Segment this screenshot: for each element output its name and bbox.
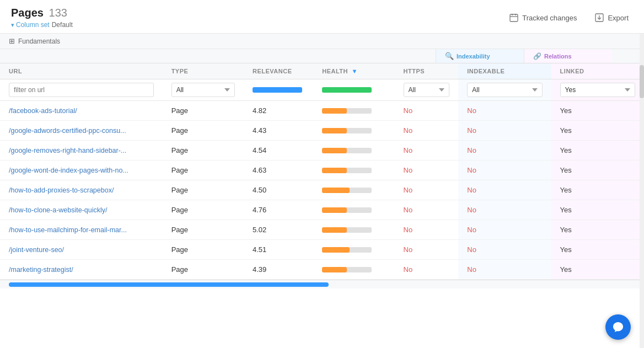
bottom-scrollbar[interactable] [0,280,644,288]
col-group-indexability: 🔍 Indexability [436,49,524,63]
https-cell: No [395,101,459,121]
url-filter-cell [0,79,163,101]
column-set-row: ▾ Column set Default [11,21,73,29]
indexable-cell: No [458,101,551,121]
health-cell [313,180,394,200]
title-row: Pages 133 [11,7,73,19]
linked-cell: Yes [551,260,644,280]
sort-down-icon: ▼ [352,68,358,74]
page-title: Pages [11,7,44,19]
url-filter-input[interactable] [9,83,154,97]
linked-cell: Yes [551,161,644,180]
scroll-track[interactable] [640,34,644,348]
relevance-filter-cell [244,79,313,101]
scroll-thumb [640,65,644,98]
linked-cell: Yes [551,141,644,161]
https-filter-select[interactable]: All Yes No [404,83,450,97]
indexable-cell: No [458,161,551,180]
https-cell: No [395,161,459,180]
type-cell: Page [163,180,244,200]
column-header-row: URL TYPE RELEVANCE HEALTH ▼ HTTPS INDEXA… [0,63,644,79]
url-cell[interactable]: /marketing-strategist/ [0,260,163,280]
url-cell[interactable]: /joint-venture-seo/ [0,240,163,260]
type-filter-select[interactable]: All Page Image File [171,83,235,97]
relations-label: Relations [544,53,572,60]
table-row: /how-to-add-proxies-to-scrapebox/ Page 4… [0,180,644,200]
linked-filter-cell: Yes No [551,79,644,101]
linked-cell: Yes [551,180,644,200]
url-cell[interactable]: /google-removes-right-hand-sidebar-... [0,141,163,161]
column-set-value: Default [52,21,73,29]
relevance-cell: 4.43 [244,121,313,141]
tracked-changes-label: Tracked changes [522,14,577,22]
type-cell: Page [163,121,244,141]
indexable-cell: No [458,121,551,141]
url-cell[interactable]: /how-to-clone-a-website-quickly/ [0,200,163,220]
url-cell[interactable]: /how-to-add-proxies-to-scrapebox/ [0,180,163,200]
col-relevance: RELEVANCE [244,63,313,79]
indexable-cell: No [458,200,551,220]
linked-cell: Yes [551,101,644,121]
calendar-icon [509,13,519,23]
table-body: /facebook-ads-tutorial/ Page 4.82 No No … [0,101,644,280]
type-cell: Page [163,200,244,220]
indexable-cell: No [458,240,551,260]
health-cell [313,260,394,280]
column-set-label[interactable]: Column set [16,21,50,29]
health-cell [313,101,394,121]
health-cell [313,141,394,161]
linked-cell: Yes [551,220,644,240]
linked-cell: Yes [551,200,644,220]
url-cell[interactable]: /google-wont-de-index-pages-with-no... [0,161,163,180]
health-cell [313,220,394,240]
export-icon [594,13,604,23]
type-cell: Page [163,101,244,121]
export-button[interactable]: Export [590,10,633,25]
indexable-cell: No [458,141,551,161]
col-group-relations: 🔗 Relations [524,49,612,63]
url-cell[interactable]: /google-adwords-certified-ppc-consu... [0,121,163,141]
https-cell: No [395,260,459,280]
relevance-cell: 4.82 [244,101,313,121]
table-row: /google-removes-right-hand-sidebar-... P… [0,141,644,161]
column-group-header-row: 🔍 Indexability 🔗 Relations [0,49,644,63]
indexability-label: Indexability [457,53,490,60]
type-cell: Page [163,141,244,161]
header-left: Pages 133 ▾ Column set Default [11,7,73,29]
link-icon: 🔗 [533,52,541,60]
col-indexable: INDEXABLE [458,63,551,79]
url-cell[interactable]: /facebook-ads-tutorial/ [0,101,163,121]
indexable-cell: No [458,180,551,200]
health-filter-cell [313,79,394,101]
tracked-changes-button[interactable]: Tracked changes [505,10,581,25]
table-row: /google-wont-de-index-pages-with-no... P… [0,161,644,180]
relevance-cell: 4.50 [244,180,313,200]
filter-row: All Page Image File [0,79,644,101]
type-cell: Page [163,220,244,240]
type-cell: Page [163,240,244,260]
type-cell: Page [163,260,244,280]
chat-button[interactable] [605,314,631,340]
https-cell: No [395,220,459,240]
table-scroll[interactable]: ⊞ Fundamentals 🔍 Indexability 🔗 Relation… [0,34,644,348]
indexable-filter-cell: All Yes No [458,79,551,101]
url-cell[interactable]: /how-to-use-mailchimp-for-email-mar... [0,220,163,240]
type-cell: Page [163,161,244,180]
col-linked: LINKED [551,63,644,79]
linked-filter-select[interactable]: Yes No [560,83,635,97]
relevance-cell: 5.02 [244,220,313,240]
col-health[interactable]: HEALTH ▼ [313,63,394,79]
col-url: URL [0,63,163,79]
page-count: 133 [49,7,67,19]
search-icon: 🔍 [445,52,454,60]
col-https: HTTPS [395,63,459,79]
linked-cell: Yes [551,240,644,260]
health-cell [313,240,394,260]
export-label: Export [608,14,629,22]
relevance-cell: 4.63 [244,161,313,180]
relevance-cell: 4.54 [244,141,313,161]
main-table: URL TYPE RELEVANCE HEALTH ▼ HTTPS INDEXA… [0,63,644,280]
indexable-filter-select[interactable]: All Yes No [467,83,542,97]
table-row: /marketing-strategist/ Page 4.39 No No Y… [0,260,644,280]
svg-rect-0 [510,14,518,22]
